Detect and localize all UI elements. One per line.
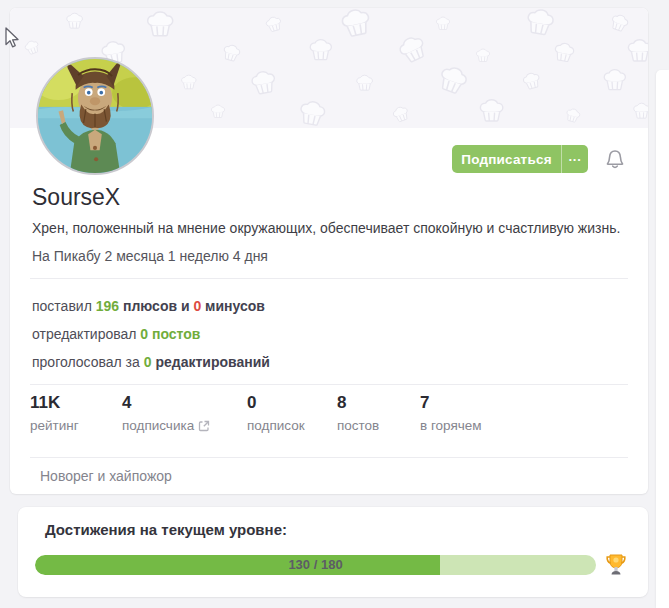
activity-stats: поставил 196 плюсов и 0 минусов отредакт… [32,292,270,376]
progress-label: 130 / 180 [35,555,596,575]
counters-row: 11K рейтинг 4 подписчика 0 подписок 8 по… [10,393,648,449]
adjacent-panel-edge [656,70,669,608]
stat-value: 8 [337,393,379,413]
achievements-title: Достижения на текущем уровне: [45,521,287,538]
profile-page: { "header": { "subscribe_label": "Подпис… [0,0,669,608]
avatar[interactable] [36,57,154,175]
ellipsis-icon: ··· [569,152,582,167]
achievements-progress-bar: 130 / 180 [35,555,596,575]
stat-label: подписчика [122,418,210,433]
stat-value: 4 [122,393,210,413]
stat-hot[interactable]: 7 в горячем [420,393,482,433]
stat-label: рейтинг [30,418,79,433]
avatar-image [38,59,152,173]
trophy-icon [605,553,627,577]
stat-value: 11K [30,393,79,413]
profile-tenure: На Пикабу 2 месяца 1 неделю 4 дня [32,248,268,264]
notifications-button[interactable] [598,146,632,172]
trophy-button[interactable] [605,553,627,577]
profile-card: Подписаться ··· SourseX Хрен, положенный… [10,8,648,494]
bell-icon [605,148,625,170]
activity-line-votes: поставил 196 плюсов и 0 минусов [32,292,270,320]
achievements-card: Достижения на текущем уровне: 130 / 180 [18,507,648,597]
more-options-button[interactable]: ··· [561,145,588,173]
username: SourseX [32,184,120,211]
stat-value: 7 [420,393,482,413]
stat-posts[interactable]: 8 постов [337,393,379,433]
stat-value: 0 [247,393,305,413]
profile-note: Новорег и хайпожор [40,468,172,484]
subscribe-label: Подписаться [452,145,561,173]
activity-line-edits: отредактировал 0 постов [32,320,270,348]
stat-label: в горячем [420,418,482,433]
stat-subscriptions[interactable]: 0 подписок [247,393,305,433]
divider [30,278,628,279]
activity-line-edit-votes: проголосовал за 0 редактирований [32,348,270,376]
stat-label: постов [337,418,379,433]
stat-label: подписок [247,418,305,433]
stat-rating: 11K рейтинг [30,393,79,433]
profile-bio: Хрен, положенный на мнение окружающих, о… [32,220,632,236]
external-link-icon[interactable] [198,420,210,432]
divider [30,384,628,385]
subscribe-button[interactable]: Подписаться ··· [452,145,588,173]
divider [30,457,628,458]
stat-subscribers[interactable]: 4 подписчика [122,393,210,433]
